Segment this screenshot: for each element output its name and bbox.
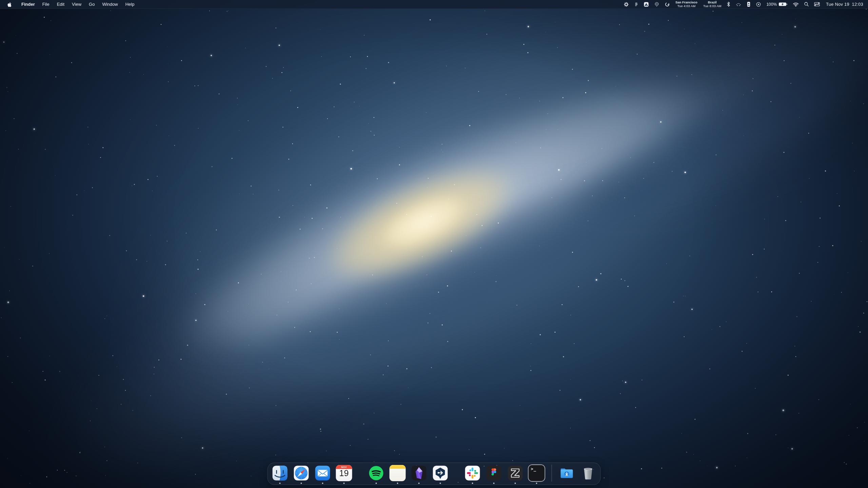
running-indicator [376, 483, 377, 484]
battery-charging-icon [778, 2, 788, 6]
spotify-icon [368, 465, 384, 481]
dock-item-hexagon-chat-app[interactable] [432, 465, 449, 481]
hexagon-chat-app-icon [432, 465, 449, 481]
running-indicator [279, 483, 281, 484]
terminal-icon: >_ [529, 465, 545, 481]
active-app-name[interactable]: Finder [18, 2, 39, 7]
running-indicator [536, 483, 537, 484]
now-playing-icon[interactable] [756, 2, 761, 7]
dock-item-slack[interactable] [465, 465, 481, 481]
running-indicator [322, 483, 323, 484]
dotted-arc-icon[interactable] [735, 2, 742, 7]
running-indicator [515, 483, 516, 484]
downloads-folder-icon [559, 465, 575, 481]
dock-item-figma[interactable] [486, 465, 502, 481]
iphone-mirroring-icon[interactable] [747, 1, 751, 7]
battery-status[interactable]: 100% [766, 2, 788, 7]
dock-item-downloads[interactable] [559, 465, 575, 481]
menu-edit[interactable]: Edit [53, 2, 68, 7]
dock-spacer [357, 465, 363, 481]
menu-file[interactable]: File [39, 2, 53, 7]
menu-help[interactable]: Help [122, 2, 138, 7]
obsidian-icon [411, 465, 427, 481]
wifi-icon[interactable] [793, 2, 799, 7]
starfield [0, 0, 868, 488]
safari-icon [293, 465, 310, 481]
menu-bar-clock[interactable]: Tue Nov 19 12:03 [826, 2, 863, 7]
dock-item-calendar[interactable]: NOV 19 [336, 465, 352, 481]
calendar-icon: NOV 19 [336, 465, 352, 481]
running-indicator [440, 483, 441, 484]
menu-go[interactable]: Go [85, 2, 98, 7]
dock: NOV 19 [268, 463, 601, 485]
running-indicator [301, 483, 302, 484]
terminal-prompt-glyph: >_ [531, 467, 536, 471]
running-indicator [472, 483, 473, 484]
dock-item-spotify[interactable] [368, 465, 384, 481]
calendar-day: 19 [336, 469, 352, 477]
g-circle-app-icon[interactable] [665, 2, 670, 7]
bluetooth-icon[interactable] [727, 1, 730, 7]
spotlight-search-icon[interactable] [804, 2, 809, 7]
trash-icon [580, 465, 596, 481]
running-indicator [493, 483, 495, 484]
dock-item-mail[interactable] [315, 465, 331, 481]
world-clock-san-francisco[interactable]: San Francisco Tue 4:03 AM [675, 1, 697, 8]
menu-window[interactable]: Window [98, 2, 121, 7]
notes-header [390, 465, 406, 469]
zed-icon [507, 465, 524, 481]
dock-item-obsidian[interactable] [411, 465, 427, 481]
dock-item-trash[interactable] [580, 465, 596, 481]
figma-icon [486, 465, 502, 481]
notes-icon [390, 465, 406, 481]
running-indicator [397, 483, 398, 484]
pinwheel-app-icon[interactable] [624, 2, 629, 7]
hexagon-chat-app-icon[interactable] [654, 2, 659, 7]
apple-logo-icon[interactable] [0, 0, 18, 8]
control-center-icon[interactable] [814, 2, 820, 6]
figma-outline-icon[interactable] [634, 2, 638, 7]
running-indicator [343, 483, 345, 484]
triangle-app-icon[interactable] [644, 2, 649, 7]
dock-item-finder[interactable] [272, 465, 288, 481]
running-indicator [418, 483, 420, 484]
menu-bar: Finder File Edit View Go Window Help [0, 0, 868, 9]
slack-icon [465, 465, 481, 481]
dock-separator [552, 465, 552, 482]
mail-icon [315, 465, 331, 481]
dock-item-safari[interactable] [293, 465, 310, 481]
world-clock-brazil[interactable]: Brazil Tue 8:03 AM [703, 1, 722, 8]
menu-bar-left: Finder File Edit View Go Window Help [0, 0, 138, 8]
finder-icon [272, 465, 288, 481]
menu-bar-status: San Francisco Tue 4:03 AM Brazil Tue 8:0… [624, 0, 868, 8]
dock-spacer [454, 465, 459, 481]
dock-item-notes[interactable] [390, 465, 406, 481]
dock-item-terminal[interactable]: >_ [529, 465, 545, 481]
menu-view[interactable]: View [68, 2, 85, 7]
battery-percent: 100% [766, 2, 777, 7]
dock-item-zed[interactable] [507, 465, 524, 481]
